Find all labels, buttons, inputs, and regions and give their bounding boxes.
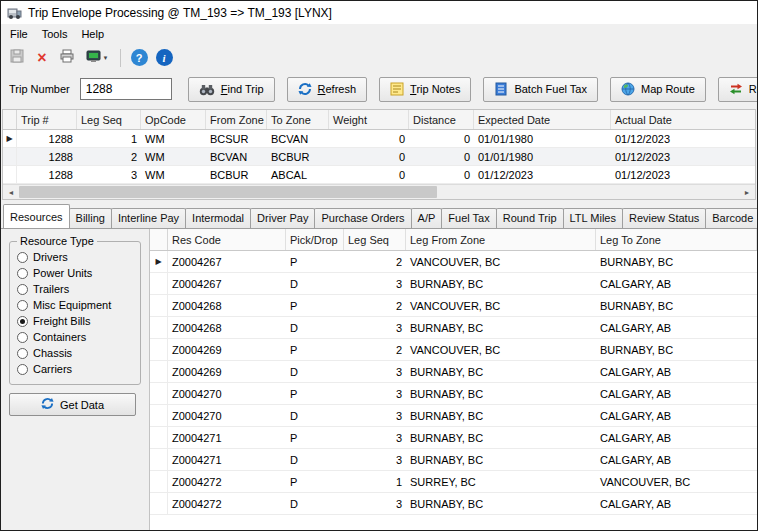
resource-grid-cell-res-code[interactable]: Z0004268 xyxy=(168,322,286,334)
resource-grid-row-5[interactable]: Z0004269P2VANCOUVER, BCBURNABY, BC xyxy=(150,339,757,361)
trip-grid-cell-distance[interactable]: 0 xyxy=(409,169,474,181)
about-button[interactable]: i xyxy=(153,47,175,69)
find-trip-button[interactable]: Find Trip xyxy=(188,77,275,102)
tab-a-p[interactable]: A/P xyxy=(411,208,443,228)
resource-grid-cell-res-code[interactable]: Z0004267 xyxy=(168,278,286,290)
tab-purchase-orders[interactable]: Purchase Orders xyxy=(314,208,411,228)
resource-grid-cell-pick-drop[interactable]: D xyxy=(286,366,344,378)
resource-grid-cell-leg-to-zone[interactable]: CALGARY, AB xyxy=(596,498,757,510)
trip-grid-cell-distance[interactable]: 0 xyxy=(409,151,474,163)
tab-resources[interactable]: Resources xyxy=(3,204,70,228)
resource-grid-row-10[interactable]: Z0004271D3BURNABY, BCCALGARY, AB xyxy=(150,449,757,471)
trip-grid-column-header-to-zone[interactable]: To Zone xyxy=(267,110,329,129)
help-button[interactable]: ? xyxy=(128,47,150,69)
resource-grid-cell-res-code[interactable]: Z0004269 xyxy=(168,366,286,378)
resource-grid-cell-leg-from-zone[interactable]: BURNABY, BC xyxy=(406,278,596,290)
resource-grid-cell-leg-to-zone[interactable]: CALGARY, AB xyxy=(596,322,757,334)
trip-grid-row-3[interactable]: 12883WMBCBURABCAL0001/12/202301/12/2023 xyxy=(3,166,755,184)
trip-grid-cell-expected-date[interactable]: 01/01/1980 xyxy=(474,151,611,163)
resource-grid-cell-pick-drop[interactable]: D xyxy=(286,278,344,290)
resource-grid-cell-pick-drop[interactable]: D xyxy=(286,498,344,510)
trip-grid-cell-weight[interactable]: 0 xyxy=(329,151,409,163)
resource-grid-cell-leg-from-zone[interactable]: BURNABY, BC xyxy=(406,388,596,400)
resource-grid-row-8[interactable]: Z0004270D3BURNABY, BCCALGARY, AB xyxy=(150,405,757,427)
resource-grid-cell-res-code[interactable]: Z0004272 xyxy=(168,476,286,488)
resource-grid-cell-res-code[interactable]: Z0004270 xyxy=(168,388,286,400)
resource-grid-cell-res-code[interactable]: Z0004271 xyxy=(168,432,286,444)
trip-grid-cell-opcode[interactable]: WM xyxy=(141,151,206,163)
trip-grid-column-header-from-zone[interactable]: From Zone xyxy=(206,110,267,129)
resource-grid-cell-pick-drop[interactable]: P xyxy=(286,300,344,312)
trip-grid-cell-from-zone[interactable]: BCVAN xyxy=(206,151,267,163)
batch-fuel-tax-button[interactable]: Batch Fuel Tax xyxy=(483,77,598,102)
resource-grid-row-9[interactable]: Z0004271P3BURNABY, BCCALGARY, AB xyxy=(150,427,757,449)
resource-grid-cell-leg-to-zone[interactable]: CALGARY, AB xyxy=(596,454,757,466)
menu-file[interactable]: File xyxy=(3,25,35,43)
trip-grid-column-header-trip[interactable]: Trip # xyxy=(17,110,77,129)
resource-grid-row-11[interactable]: Z0004272P1SURREY, BCVANCOUVER, BC xyxy=(150,471,757,493)
trip-grid-cell-leg-seq[interactable]: 3 xyxy=(77,169,141,181)
resource-grid-cell-leg-to-zone[interactable]: BURNABY, BC xyxy=(596,300,757,312)
get-data-button[interactable]: Get Data xyxy=(9,393,136,416)
resource-grid-cell-leg-from-zone[interactable]: VANCOUVER, BC xyxy=(406,344,596,356)
trip-grid-column-header-expected-date[interactable]: Expected Date xyxy=(474,110,611,129)
send-to-screen-button[interactable]: ▼ xyxy=(81,47,113,69)
trip-grid-cell-trip[interactable]: 1288 xyxy=(17,151,77,163)
resource-grid-cell-pick-drop[interactable]: P xyxy=(286,388,344,400)
resource-grid-cell-leg-seq[interactable]: 2 xyxy=(344,256,406,268)
resource-grid-cell-leg-from-zone[interactable]: SURREY, BC xyxy=(406,476,596,488)
resource-grid-cell-leg-to-zone[interactable]: CALGARY, AB xyxy=(596,432,757,444)
resource-grid-cell-res-code[interactable]: Z0004272 xyxy=(168,498,286,510)
resource-grid-cell-leg-from-zone[interactable]: VANCOUVER, BC xyxy=(406,256,596,268)
trip-grid-cell-actual-date[interactable]: 01/12/2023 xyxy=(611,169,755,181)
resource-grid-cell-leg-seq[interactable]: 3 xyxy=(344,278,406,290)
resource-grid-column-header-res-code[interactable]: Res Code xyxy=(168,229,286,250)
resource-grid-cell-leg-seq[interactable]: 3 xyxy=(344,432,406,444)
trip-grid-row-2[interactable]: 12882WMBCVANBCBUR0001/01/198001/12/2023 xyxy=(3,148,755,166)
map-route-button[interactable]: Map Route xyxy=(610,77,706,102)
trip-grid-cell-from-zone[interactable]: BCBUR xyxy=(206,169,267,181)
trip-grid-cell-leg-seq[interactable]: 1 xyxy=(77,133,141,145)
resource-grid-cell-leg-from-zone[interactable]: BURNABY, BC xyxy=(406,410,596,422)
trip-grid-column-header-leg-seq[interactable]: Leg Seq xyxy=(77,110,141,129)
trip-grid-cell-actual-date[interactable]: 01/12/2023 xyxy=(611,151,755,163)
radio-misc-equipment[interactable]: Misc Equipment xyxy=(17,297,133,313)
trip-grid-column-header-distance[interactable]: Distance xyxy=(409,110,474,129)
trip-grid-cell-to-zone[interactable]: BCVAN xyxy=(267,133,329,145)
resource-grid-column-header-leg-from-zone[interactable]: Leg From Zone xyxy=(406,229,596,250)
radio-containers[interactable]: Containers xyxy=(17,329,133,345)
tab-driver-pay[interactable]: Driver Pay xyxy=(250,208,315,228)
resource-grid-column-header-pick-drop[interactable]: Pick/Drop xyxy=(286,229,344,250)
trip-grid-cell-actual-date[interactable]: 01/12/2023 xyxy=(611,133,755,145)
resource-grid-cell-leg-seq[interactable]: 3 xyxy=(344,366,406,378)
radio-power-units[interactable]: Power Units xyxy=(17,265,133,281)
radio-trailers[interactable]: Trailers xyxy=(17,281,133,297)
resource-grid-column-header-leg-to-zone[interactable]: Leg To Zone xyxy=(596,229,757,250)
resource-grid-cell-res-code[interactable]: Z0004270 xyxy=(168,410,286,422)
trip-grid-cell-leg-seq[interactable]: 2 xyxy=(77,151,141,163)
trip-number-input[interactable] xyxy=(80,78,172,100)
cancel-button[interactable]: × xyxy=(31,47,53,69)
resource-grid-cell-leg-to-zone[interactable]: VANCOUVER, BC xyxy=(596,476,757,488)
re-match-button[interactable]: Re-Match xyxy=(718,77,757,102)
resource-grid-cell-leg-to-zone[interactable]: CALGARY, AB xyxy=(596,388,757,400)
scroll-thumb[interactable] xyxy=(19,186,437,198)
resource-grid-cell-leg-seq[interactable]: 3 xyxy=(344,410,406,422)
resource-grid-row-6[interactable]: Z0004269D3BURNABY, BCCALGARY, AB xyxy=(150,361,757,383)
resource-grid-cell-leg-seq[interactable]: 3 xyxy=(344,454,406,466)
print-button[interactable] xyxy=(56,47,78,69)
resource-grid-cell-leg-to-zone[interactable]: BURNABY, BC xyxy=(596,344,757,356)
resource-grid-cell-leg-from-zone[interactable]: BURNABY, BC xyxy=(406,322,596,334)
resource-grid-cell-leg-seq[interactable]: 2 xyxy=(344,344,406,356)
radio-freight-bills[interactable]: Freight Bills xyxy=(17,313,133,329)
resource-grid-cell-pick-drop[interactable]: D xyxy=(286,322,344,334)
tab-review-status[interactable]: Review Status xyxy=(622,208,706,228)
resource-grid-cell-pick-drop[interactable]: P xyxy=(286,432,344,444)
resource-grid-cell-leg-to-zone[interactable]: CALGARY, AB xyxy=(596,366,757,378)
resource-grid-cell-leg-to-zone[interactable]: CALGARY, AB xyxy=(596,278,757,290)
resource-grid-row-2[interactable]: Z0004267D3BURNABY, BCCALGARY, AB xyxy=(150,273,757,295)
scroll-left-arrow[interactable]: ◄ xyxy=(3,185,19,199)
trip-grid-column-header-actual-date[interactable]: Actual Date xyxy=(611,110,755,129)
resource-grid-cell-leg-to-zone[interactable]: CALGARY, AB xyxy=(596,410,757,422)
trip-notes-button[interactable]: Trip Notes xyxy=(379,77,471,102)
